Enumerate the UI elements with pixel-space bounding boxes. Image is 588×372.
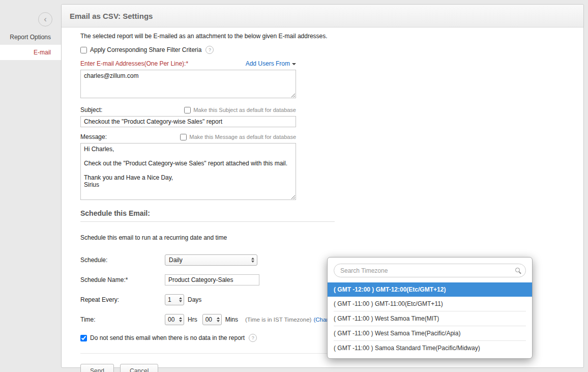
select-arrows-icon (179, 317, 182, 322)
schedule-name-label: Schedule Name:* (80, 276, 165, 283)
share-filter-help-icon[interactable]: ? (205, 46, 214, 54)
back-chevron-icon: ‹ (44, 15, 47, 23)
sidebar: ‹ Report Options E-mail (0, 0, 61, 372)
subject-label: Subject: (80, 106, 102, 113)
hours-select-value: 00 (168, 316, 174, 323)
timezone-option[interactable]: ( GMT -11:00 ) West Samoa Time(MIT) (334, 311, 526, 326)
panel-header: Email as CSV: Settings (62, 5, 583, 27)
button-row: Send Cancel (80, 364, 583, 372)
message-header-row: Message: Make this Message as default fo… (80, 133, 296, 140)
message-default-checkbox[interactable] (180, 134, 187, 140)
subject-default-checkbox[interactable] (184, 107, 191, 113)
subject-default-label[interactable]: Make this Subject as default for databas… (193, 107, 296, 113)
message-label: Message: (80, 133, 107, 140)
caret-down-icon (292, 63, 296, 65)
message-default-group: Make this Message as default for databas… (180, 134, 296, 140)
sidebar-item-label: E-mail (34, 49, 51, 56)
email-addresses-textarea[interactable]: charles@zillum.com (80, 70, 296, 98)
timezone-search-wrap (334, 264, 526, 277)
select-arrows-icon (179, 297, 182, 302)
repeat-select-value: 1 (168, 296, 171, 303)
email-addresses-label: Enter E-mail Addresses(One Per Line):* (80, 60, 188, 67)
message-default-label[interactable]: Make this Message as default for databas… (189, 134, 296, 140)
no-data-help-icon[interactable]: ? (249, 334, 257, 342)
back-button[interactable]: ‹ (38, 12, 52, 26)
no-data-checkbox[interactable] (80, 335, 87, 341)
section-divider (80, 221, 335, 222)
timezone-option[interactable]: ( GMT -12:00 ) GMT-12:00(Etc/GMT+12) (328, 282, 532, 297)
schedule-select-value: Daily (169, 256, 183, 264)
minutes-select-value: 00 (205, 316, 212, 323)
repeat-select[interactable]: 1 (165, 294, 184, 305)
sidebar-item-email[interactable]: E-mail (0, 45, 61, 60)
hours-select[interactable]: 00 (165, 314, 184, 325)
no-data-label[interactable]: Do not send this email when there is no … (90, 334, 245, 341)
minutes-select[interactable]: 00 (202, 314, 222, 325)
add-users-from-label: Add Users From (246, 60, 290, 67)
timezone-option[interactable]: ( GMT -11:00 ) GMT-11:00(Etc/GMT+11) (334, 297, 526, 311)
time-label: Time: (80, 316, 165, 323)
intro-text: The selected report will be E-mailed as … (80, 33, 583, 40)
schedule-select[interactable]: Daily (165, 254, 257, 266)
schedule-section-title: Schedule this Email: (80, 209, 583, 217)
timezone-popup: ( GMT -12:00 ) GMT-12:00(Etc/GMT+12) ( G… (327, 257, 533, 359)
share-filter-label[interactable]: Apply Corresponding Share Filter Criteri… (90, 46, 201, 53)
timezone-option[interactable]: ( GMT -11:00 ) Samoa Standard Time(Pacif… (334, 341, 526, 355)
message-textarea[interactable]: Hi Charles, Check out the "Product Categ… (80, 143, 296, 200)
schedule-name-input[interactable] (165, 274, 259, 285)
send-button[interactable]: Send (80, 364, 114, 372)
select-arrows-icon (217, 317, 220, 322)
search-icon (515, 268, 520, 272)
add-users-from-link[interactable]: Add Users From (246, 60, 296, 67)
subject-input[interactable] (80, 116, 296, 127)
select-arrows-icon (251, 257, 254, 263)
cancel-button[interactable]: Cancel (120, 364, 158, 372)
repeat-label: Repeat Every: (80, 296, 165, 303)
page-title: Email as CSV: Settings (70, 12, 153, 20)
share-filter-row: Apply Corresponding Share Filter Criteri… (80, 46, 583, 54)
timezone-list: ( GMT -12:00 ) GMT-12:00(Etc/GMT+12) ( G… (328, 282, 532, 355)
sidebar-section-label: Report Options (0, 34, 51, 41)
timezone-search-input[interactable] (334, 264, 526, 277)
repeat-unit: Days (188, 296, 201, 303)
hours-unit: Hrs (188, 316, 197, 323)
email-addresses-header-row: Enter E-mail Addresses(One Per Line):* A… (80, 60, 296, 67)
timezone-note: (Time is in IST Timezone) (245, 317, 311, 323)
share-filter-checkbox[interactable] (80, 47, 87, 53)
schedule-description: Schedule this email to run at a recurrin… (80, 234, 583, 241)
minutes-unit: Mins (225, 316, 238, 323)
timezone-option[interactable]: ( GMT -11:00 ) West Samoa Time(Pacific/A… (334, 326, 526, 341)
footer-divider (80, 353, 329, 354)
subject-header-row: Subject: Make this Subject as default fo… (80, 106, 296, 113)
schedule-label: Schedule: (80, 256, 165, 264)
subject-default-group: Make this Subject as default for databas… (184, 107, 296, 113)
